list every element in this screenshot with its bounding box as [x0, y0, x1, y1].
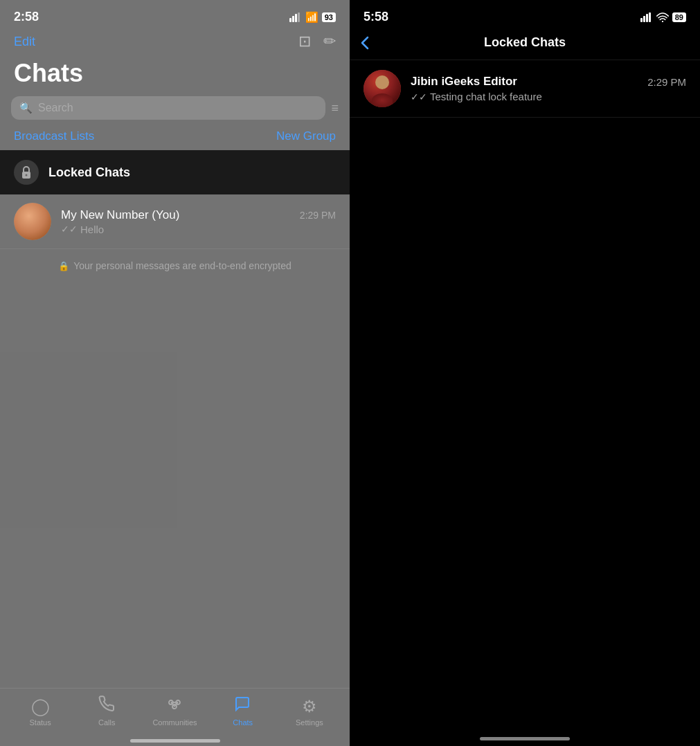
nav-label-calls: Calls: [98, 718, 115, 727]
search-bar[interactable]: 🔍 Search: [11, 96, 325, 120]
chat-name-row: My New Number (You) 2:29 PM: [61, 208, 336, 222]
nav-bar-right: Locked Chats: [350, 30, 700, 60]
calls-nav-icon: [98, 695, 115, 716]
double-check-left: ✓✓: [61, 224, 78, 235]
home-indicator-left: [0, 740, 350, 746]
home-indicator-right: [350, 725, 700, 746]
signal-icon-left: [289, 12, 302, 22]
nav-label-chats: Chats: [233, 718, 253, 727]
nav-label-communities: Communities: [152, 718, 197, 727]
svg-point-16: [662, 20, 663, 21]
back-button[interactable]: [361, 36, 369, 50]
status-bar-left: 2:58 📶 93: [0, 0, 350, 30]
nav-item-calls[interactable]: Calls: [86, 695, 127, 727]
battery-right: 89: [672, 12, 686, 22]
chat-list-right: Jibin iGeeks Editor 2:29 PM ✓✓ Testing c…: [350, 60, 700, 725]
svg-rect-13: [643, 16, 645, 22]
broadcast-row: Broadcast Lists New Group: [0, 129, 350, 150]
left-panel: 2:58 📶 93 Edit ⊡ ✏ Chats: [0, 0, 350, 746]
compose-icon[interactable]: ✏: [323, 33, 336, 51]
status-icons-right: 89: [640, 12, 686, 22]
chat-time-right: 2:29 PM: [647, 76, 686, 88]
svg-rect-12: [640, 18, 643, 22]
locked-chats-item[interactable]: Locked Chats: [0, 150, 350, 194]
chat-name-row-right: Jibin iGeeks Editor 2:29 PM: [411, 75, 686, 89]
encryption-note: 🔒 Your personal messages are end-to-end …: [0, 249, 350, 282]
communities-nav-icon: [165, 695, 183, 716]
broadcast-lists-link[interactable]: Broadcast Lists: [14, 129, 94, 143]
svg-rect-2: [295, 14, 297, 22]
settings-nav-icon: ⚙: [302, 697, 317, 716]
chat-last-msg-left: ✓✓ Hello: [61, 224, 336, 235]
back-chevron-icon: [361, 36, 369, 50]
search-bar-container: 🔍 Search ≡: [0, 96, 350, 120]
chat-item-right[interactable]: Jibin iGeeks Editor 2:29 PM ✓✓ Testing c…: [350, 60, 700, 118]
edit-button[interactable]: Edit: [14, 35, 35, 49]
encryption-text: Your personal messages are end-to-end en…: [73, 260, 291, 271]
nav-label-settings: Settings: [296, 718, 323, 727]
camera-icon[interactable]: ⊡: [298, 33, 311, 51]
battery-left: 93: [322, 12, 336, 22]
time-right: 5:58: [364, 10, 388, 24]
status-nav-icon: ◯: [31, 697, 50, 716]
nav-label-status: Status: [29, 718, 51, 727]
top-actions-left: Edit ⊡ ✏: [0, 30, 350, 56]
right-panel: 5:58 89 Locked Chats: [350, 0, 700, 746]
svg-point-5: [26, 174, 28, 176]
nav-item-chats[interactable]: Chats: [222, 695, 264, 727]
wifi-icon-right: [656, 12, 669, 22]
chat-item[interactable]: My New Number (You) 2:29 PM ✓✓ Hello: [0, 194, 350, 249]
lock-icon: [14, 160, 39, 185]
home-bar-right: [480, 737, 570, 740]
last-message-right: Testing chat lock feature: [430, 91, 542, 102]
nav-item-communities[interactable]: Communities: [152, 695, 197, 727]
filter-icon[interactable]: ≡: [331, 101, 339, 116]
status-bar-right: 5:58 89: [350, 0, 700, 30]
chat-name-left: My New Number (You): [61, 208, 179, 222]
svg-rect-1: [292, 16, 294, 22]
lock-svg: [20, 165, 33, 179]
status-icons-left: 📶 93: [289, 11, 336, 24]
last-message-left: Hello: [80, 224, 104, 235]
bottom-nav: ◯ Status Calls: [0, 688, 350, 740]
chat-name-right: Jibin iGeeks Editor: [411, 75, 517, 89]
chat-time-left: 2:29 PM: [300, 210, 336, 221]
chats-title: Chats: [0, 56, 350, 96]
search-icon: 🔍: [19, 102, 33, 114]
svg-rect-3: [298, 12, 300, 22]
double-check-right: ✓✓: [411, 91, 427, 102]
search-placeholder: Search: [38, 102, 73, 114]
chat-info-right: Jibin iGeeks Editor 2:29 PM ✓✓ Testing c…: [411, 75, 686, 102]
avatar-left: [14, 203, 51, 240]
chat-last-msg-right: ✓✓ Testing chat lock feature: [411, 91, 686, 102]
locked-chats-label: Locked Chats: [48, 165, 130, 180]
nav-title-right: Locked Chats: [484, 35, 566, 50]
svg-rect-15: [649, 12, 651, 22]
svg-rect-0: [289, 18, 291, 22]
action-icons: ⊡ ✏: [298, 33, 336, 51]
signal-icon-right: [640, 12, 653, 22]
new-group-link[interactable]: New Group: [276, 129, 336, 143]
chat-info-left: My New Number (You) 2:29 PM ✓✓ Hello: [61, 208, 336, 235]
nav-item-settings[interactable]: ⚙ Settings: [289, 697, 330, 727]
wifi-icon-left: 📶: [305, 11, 318, 24]
svg-rect-14: [646, 14, 648, 22]
home-bar-left: [130, 739, 220, 743]
chats-nav-icon: [234, 695, 252, 716]
time-left: 2:58: [14, 10, 39, 24]
lock-small-icon: 🔒: [58, 261, 69, 271]
avatar-right: [364, 70, 401, 107]
nav-item-status[interactable]: ◯ Status: [19, 697, 61, 727]
